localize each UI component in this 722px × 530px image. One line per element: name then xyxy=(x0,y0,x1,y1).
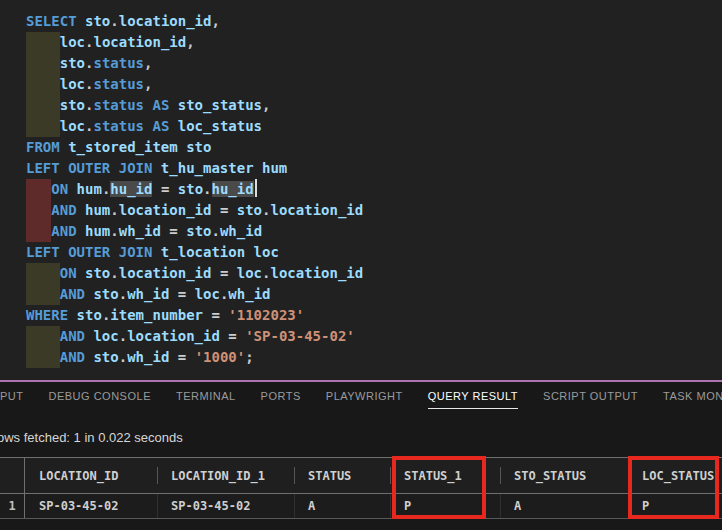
code-token: AS xyxy=(152,118,169,134)
table-row: 1SP-03-45-02SP-03-45-02APAP xyxy=(0,494,722,519)
code-token: = xyxy=(220,328,245,344)
code-token: ; xyxy=(245,349,253,365)
code-token: sto xyxy=(85,13,110,29)
code-line: ON sto.location_id = loc.location_id xyxy=(26,263,363,284)
code-token: , xyxy=(186,34,194,50)
table-header-row: LOCATION_IDLOCATION_ID_1STATUSSTATUS_1ST… xyxy=(0,458,722,494)
code-token: status xyxy=(93,55,144,71)
code-token: FROM xyxy=(26,139,68,155)
cell-location_id[interactable]: SP-03-45-02 xyxy=(25,494,157,518)
code-token: hum xyxy=(85,223,110,239)
code-token: sto xyxy=(85,265,110,281)
code-token: LEFT OUTER JOIN xyxy=(26,160,161,176)
column-header-location_id[interactable]: LOCATION_ID xyxy=(25,458,157,493)
code-token: loc xyxy=(93,328,118,344)
indent-guide-error xyxy=(26,221,51,242)
vscode-window: SELECT sto.location_id, loc.location_id,… xyxy=(0,0,722,530)
panel-tab-playwright[interactable]: PLAYWRIGHT xyxy=(326,390,403,409)
code-token: t_location loc xyxy=(161,244,279,260)
cell-location_id_1[interactable]: SP-03-45-02 xyxy=(157,494,294,518)
annotation-box-status-1 xyxy=(392,456,486,519)
code-token: . xyxy=(262,202,270,218)
code-token: WHERE xyxy=(26,307,77,323)
code-token: 'SP-03-45-02' xyxy=(245,328,355,344)
code-token: status xyxy=(93,97,144,113)
code-line: AND loc.location_id = 'SP-03-45-02' xyxy=(26,326,363,347)
indent-guide-highlight xyxy=(26,284,60,305)
code-token: status xyxy=(93,76,144,92)
word-highlight: hu_id xyxy=(212,181,254,197)
code-token: , xyxy=(144,55,152,71)
indent-guide-highlight xyxy=(26,53,60,74)
code-token: LEFT OUTER JOIN xyxy=(26,244,161,260)
code-line: FROM t_stored_item sto xyxy=(26,137,363,158)
panel-tab-debug-console[interactable]: DEBUG CONSOLE xyxy=(49,390,151,409)
code-token: = xyxy=(211,265,236,281)
code-token: location_id xyxy=(119,265,212,281)
code-line: loc.location_id, xyxy=(26,32,363,53)
code-token: location_id xyxy=(93,34,186,50)
code-token: . xyxy=(119,328,127,344)
code-line: LEFT OUTER JOIN t_hu_master hum xyxy=(26,158,363,179)
code-token: sto xyxy=(60,97,85,113)
row-number[interactable]: 1 xyxy=(0,494,25,518)
code-line: ON hum.hu_id = sto.hu_id xyxy=(26,179,363,200)
panel-tab-script-output[interactable]: SCRIPT OUTPUT xyxy=(543,390,638,409)
code-token: location_id xyxy=(127,328,220,344)
code-token xyxy=(169,118,177,134)
indent-guide-error xyxy=(26,179,51,200)
code-line: loc.status AS loc_status xyxy=(26,116,363,137)
code-token: . xyxy=(262,265,270,281)
column-header-location_id_1[interactable]: LOCATION_ID_1 xyxy=(157,458,294,493)
indent-guide-highlight xyxy=(26,263,60,284)
code-token: AND xyxy=(60,349,94,365)
code-token: '1102023' xyxy=(228,307,304,323)
column-header-status[interactable]: STATUS xyxy=(294,458,390,493)
panel-tab-ports[interactable]: PORTS xyxy=(261,390,301,409)
code-token: = xyxy=(211,202,236,218)
code-token: . xyxy=(119,286,127,302)
cell-sto_status[interactable]: A xyxy=(500,494,628,518)
panel-tab-query-result[interactable]: QUERY RESULT xyxy=(428,390,518,409)
code-token: . xyxy=(110,223,118,239)
sql-editor[interactable]: SELECT sto.location_id, loc.location_id,… xyxy=(0,0,722,381)
code-token: . xyxy=(119,349,127,365)
code-token: wh_id xyxy=(127,286,169,302)
code-token: loc xyxy=(60,118,85,134)
code-token: location_id xyxy=(271,202,364,218)
cell-status[interactable]: A xyxy=(294,494,390,518)
code-token: loc xyxy=(60,34,85,50)
query-result-table: LOCATION_IDLOCATION_ID_1STATUSSTATUS_1ST… xyxy=(0,457,722,519)
panel-tab-terminal[interactable]: TERMINAL xyxy=(176,390,236,409)
code-token: . xyxy=(110,202,118,218)
code-token: sto xyxy=(178,181,203,197)
code-token: t_stored_item sto xyxy=(68,139,211,155)
code-token: wh_id xyxy=(127,349,169,365)
code-token: loc_status xyxy=(178,118,262,134)
indent-guide-highlight xyxy=(26,95,60,116)
indent-guide-highlight xyxy=(26,74,60,95)
code-line: SELECT sto.location_id, xyxy=(26,11,363,32)
code-token: loc xyxy=(60,76,85,92)
code-line: AND hum.wh_id = sto.wh_id xyxy=(26,221,363,242)
code-token: wh_id xyxy=(228,286,270,302)
code-token: status xyxy=(93,118,144,134)
code-token: SELECT xyxy=(26,13,85,29)
bottom-panel: PUTDEBUG CONSOLETERMINALPORTSPLAYWRIGHTQ… xyxy=(0,382,722,530)
column-header-sto_status[interactable]: STO_STATUS xyxy=(500,458,628,493)
code-token: location_id xyxy=(271,265,364,281)
code-token: ON xyxy=(51,181,76,197)
code-token: wh_id xyxy=(220,223,262,239)
row-number-header xyxy=(0,458,25,493)
text-cursor xyxy=(255,179,257,197)
annotation-box-loc-status xyxy=(628,456,719,519)
panel-tab-bar: PUTDEBUG CONSOLETERMINALPORTSPLAYWRIGHTQ… xyxy=(0,390,722,409)
panel-tab-task-monitor[interactable]: TASK MONITOR xyxy=(663,390,722,409)
panel-tab-output[interactable]: PUT xyxy=(0,390,24,409)
code-token: t_hu_master hum xyxy=(161,160,287,176)
code-token: AS xyxy=(152,97,169,113)
code-line: sto.status, xyxy=(26,53,363,74)
code-token: sto xyxy=(60,55,85,71)
code-token: = xyxy=(169,286,194,302)
rows-fetched-status: ows fetched: 1 in 0.022 seconds xyxy=(0,430,183,445)
